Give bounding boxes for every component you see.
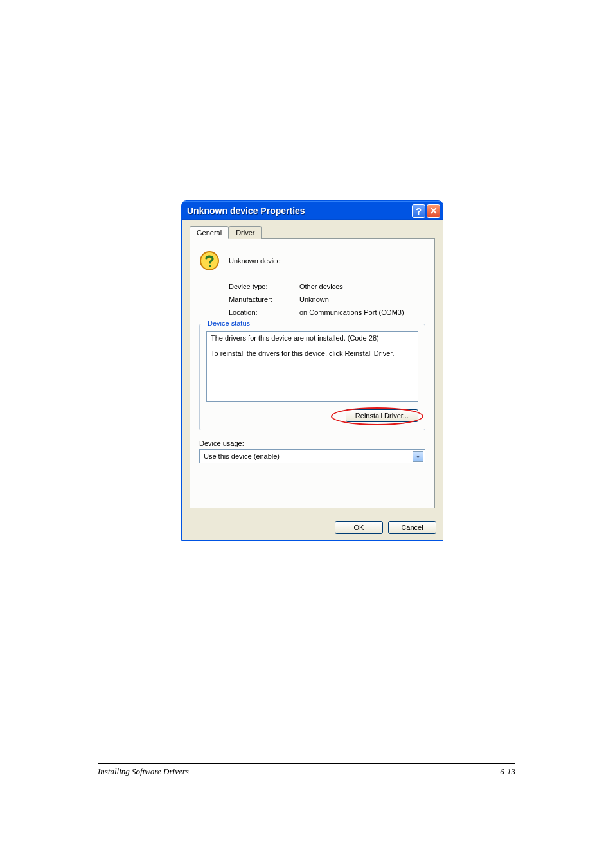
device-usage-selected: Use this device (enable) (204, 452, 280, 460)
help-icon[interactable]: ? (412, 204, 425, 218)
tab-driver[interactable]: Driver (229, 226, 262, 239)
svg-point-0 (200, 252, 218, 270)
location-value: on Communications Port (COM3) (299, 308, 425, 316)
tabs: General Driver (190, 226, 435, 239)
question-icon (199, 251, 220, 271)
device-type-label: Device type: (229, 283, 299, 290)
tab-driver-label: Driver (236, 229, 254, 236)
footer-left: Installing Software Drivers (98, 766, 189, 777)
device-usage-select[interactable]: Use this device (enable) ▾ (199, 449, 425, 463)
cancel-label: Cancel (401, 524, 423, 531)
titlebar[interactable]: Unknown device Properties ? ✕ (182, 201, 443, 220)
chevron-down-icon[interactable]: ▾ (413, 451, 423, 462)
footer-divider (98, 763, 515, 764)
device-status-text[interactable] (206, 331, 418, 402)
svg-point-1 (209, 265, 211, 267)
manufacturer-value: Unknown (299, 296, 425, 303)
cancel-button[interactable]: Cancel (388, 521, 436, 534)
device-properties: Device type: Other devices Manufacturer:… (229, 283, 425, 316)
unknown-device-properties-dialog: Unknown device Properties ? ✕ General Dr… (181, 200, 443, 541)
device-name: Unknown device (229, 257, 281, 265)
footer-right: 6-13 (500, 766, 515, 777)
ok-label: OK (354, 524, 364, 531)
device-type-value: Other devices (299, 283, 425, 290)
device-usage-label: Device usage: (199, 439, 425, 447)
close-icon[interactable]: ✕ (427, 204, 440, 218)
tab-content-general: Unknown device Device type: Other device… (190, 238, 435, 508)
tab-general[interactable]: General (190, 226, 229, 239)
ok-button[interactable]: OK (335, 521, 383, 534)
dialog-footer: OK Cancel (182, 516, 443, 540)
reinstall-driver-label: Reinstall Driver... (355, 412, 409, 420)
location-label: Location: (229, 308, 299, 316)
manufacturer-label: Manufacturer: (229, 296, 299, 303)
page-footer: Installing Software Drivers 6-13 (98, 763, 515, 777)
device-status-group: Device status Reinstall Driver... (199, 324, 425, 430)
tab-general-label: General (197, 229, 222, 236)
reinstall-driver-button[interactable]: Reinstall Driver... (346, 409, 418, 422)
titlebar-title: Unknown device Properties (187, 206, 412, 216)
device-status-title: Device status (205, 319, 253, 327)
